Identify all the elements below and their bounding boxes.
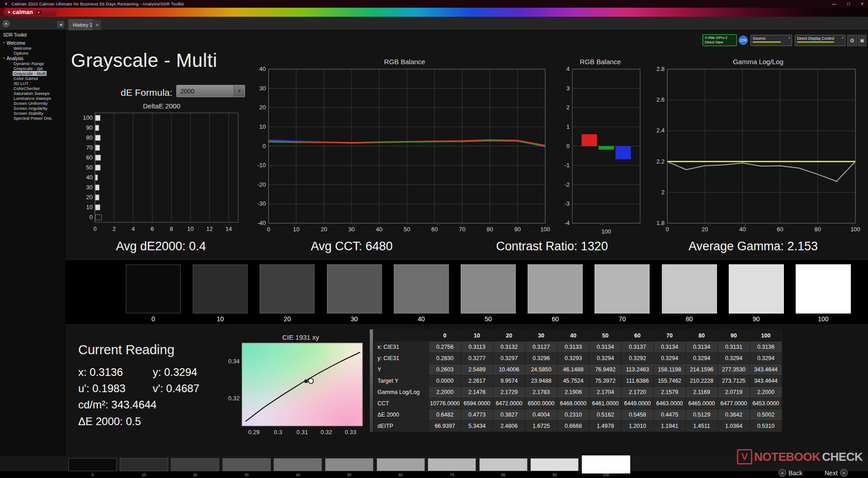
close-button[interactable]: × [861, 1, 863, 6]
svg-text:-20: -20 [258, 181, 266, 188]
sidebar-item-screen-uniformity[interactable]: Screen Uniformity [0, 101, 65, 106]
pattern-swatch-level: 80 [479, 473, 528, 477]
table-cell: 76.9492 [590, 364, 622, 375]
svg-text:-4: -4 [564, 220, 570, 226]
table-cell: 46.1488 [557, 364, 590, 375]
sidebar-item-colorchecker[interactable]: ColorChecker [0, 86, 65, 91]
new-tab-button[interactable]: + [93, 19, 101, 30]
rgb-balance-line-title: RGB Balance [258, 58, 552, 66]
svg-text:2.8: 2.8 [656, 66, 665, 72]
sidebar-item-3d-lut[interactable]: 3D LUT [0, 81, 65, 86]
deltae-chart-area: 024681012141009080706050403020100 [81, 111, 242, 234]
pattern-swatch-10[interactable] [120, 458, 168, 471]
svg-text:80: 80 [815, 226, 821, 233]
svg-text:0.29: 0.29 [248, 429, 259, 436]
table-cell: 1.2010 [622, 421, 654, 432]
table-row: y: CIE310.28300.32770.32970.32960.32930.… [374, 353, 782, 364]
back-button[interactable]: « Back [778, 469, 802, 477]
table-cell: 0.3134 [654, 342, 686, 353]
svg-text:40: 40 [739, 226, 745, 233]
pattern-swatch-0[interactable] [68, 458, 117, 471]
table-cell: 0.3134 [590, 342, 622, 353]
pattern-swatch-60[interactable] [377, 458, 425, 471]
table-cell: 0.3134 [686, 342, 718, 353]
table-header-cell: 90 [718, 330, 750, 342]
table-cell: 1.4511 [686, 421, 718, 432]
pattern-swatch-40[interactable] [274, 458, 322, 471]
svg-text:0.33: 0.33 [345, 429, 356, 436]
sidebar-section-welcome[interactable]: ▾Welcome [0, 40, 65, 46]
table-cell: 0.4004 [525, 409, 557, 421]
sidebar-item-saturation-sweeps[interactable]: Saturation Sweeps [0, 91, 65, 96]
source-selector[interactable]: Source ▼ [750, 35, 792, 46]
sidebar-item-luminance-sweeps[interactable]: Luminance Sweeps [0, 96, 65, 101]
next-button[interactable]: Next » [825, 469, 848, 477]
minimize-button[interactable]: — [832, 1, 836, 6]
next-chevron-icon: » [840, 469, 848, 477]
table-row: x: CIE310.27560.31130.31320.31270.31330.… [374, 342, 782, 353]
svg-text:0.34: 0.34 [228, 358, 240, 365]
pattern-swatch-20[interactable] [171, 458, 219, 471]
pattern-swatch-50[interactable] [325, 458, 373, 471]
svg-text:12: 12 [206, 225, 212, 232]
stat-average-gamma: Average Gamma: 2.153 [689, 239, 818, 253]
table-cell: 2.4806 [493, 421, 525, 432]
tree-collapse-icon[interactable]: ▾ [3, 56, 5, 60]
svg-text:2: 2 [566, 104, 570, 111]
app-window: ★ Calman 2022 Calman Ultimate for Busine… [0, 0, 868, 478]
sidebar-item-dynamic-range[interactable]: Dynamic Range [0, 61, 65, 66]
pattern-swatch-70[interactable] [428, 458, 476, 471]
de-formula-select[interactable]: 2000 ▼ [176, 85, 245, 97]
reading-de2000: ΔE 2000: 0.5 [78, 415, 141, 428]
table-cell: 6465.0000 [686, 398, 718, 409]
table-cell: 6463.0000 [654, 398, 686, 409]
pattern-swatch-100[interactable] [582, 455, 630, 473]
table-scrollbar[interactable] [370, 329, 373, 432]
pattern-swatch-30[interactable] [222, 458, 271, 471]
sidebar-item-grayscale-2pt[interactable]: Grayscale - 2pt [0, 66, 65, 71]
grayscale-patch-level: 80 [662, 315, 717, 323]
table-cell: 0.3642 [718, 409, 750, 421]
sidebar-collapse-button[interactable]: ◀ [57, 21, 64, 28]
svg-text:80: 80 [86, 134, 93, 141]
gear-icon[interactable]: ⚙ [847, 35, 857, 46]
sidebar-item-welcome[interactable]: Welcome [0, 46, 65, 51]
grayscale-patch-100 [796, 264, 851, 314]
svg-text:1: 1 [566, 123, 570, 130]
tree-collapse-icon[interactable]: ▾ [3, 41, 5, 45]
grayscale-patch-level: 30 [327, 315, 382, 323]
logo-spark-icon: ★ [7, 10, 11, 14]
sidebar-item-screen-stability[interactable]: Screen Stability [0, 111, 65, 116]
svg-text:60: 60 [86, 154, 93, 161]
table-cell: 6468.0000 [557, 398, 590, 409]
calman-logo-menu[interactable]: ★ calman ▼ [4, 8, 57, 16]
sidebar-item-spectral-power-dist[interactable]: Spectral Power Dist. [0, 116, 65, 121]
table-cell: 2.1906 [557, 387, 590, 398]
table-cell: 45.7524 [557, 375, 590, 387]
app-menu-button[interactable]: ● [3, 20, 9, 27]
maximize-button[interactable]: □ [847, 1, 850, 6]
stat-avg-de2000: Avg dE2000: 0.4 [116, 239, 206, 253]
sidebar-item-grayscale-multi[interactable]: Grayscale - Multi [0, 71, 65, 76]
svg-text:10: 10 [293, 226, 299, 233]
table-cell: 9.9574 [493, 375, 525, 387]
svg-text:0.3: 0.3 [274, 429, 282, 436]
svg-text:2: 2 [113, 225, 116, 232]
table-cell: 0.5162 [590, 409, 622, 421]
sidebar-item-color-gamut[interactable]: Color Gamut [0, 76, 65, 81]
svg-text:20: 20 [259, 104, 266, 111]
meter-selector[interactable]: X-Rite i1Pro 2 Direct View [703, 34, 737, 46]
pattern-swatch-90[interactable] [530, 458, 579, 471]
sidebar-item-screen-angularity[interactable]: Screen Angularity [0, 106, 65, 111]
sidebar-item-label: Screen Uniformity [13, 101, 49, 106]
table-cell: 0.3113 [461, 342, 493, 353]
display-control-selector[interactable]: Direct Display Control ▼ [795, 35, 845, 46]
logo-chevron-down-icon[interactable]: ▼ [36, 10, 42, 14]
table-cell: 1.1941 [654, 421, 686, 432]
sidebar-section-analysis[interactable]: ▾Analysis [0, 56, 65, 61]
sidebar-item-label: Options [13, 51, 29, 56]
layout-icon[interactable]: ▣ [858, 35, 866, 46]
pattern-swatch-80[interactable] [479, 458, 528, 471]
watermark-text-secondary: CHECK [822, 450, 863, 464]
sidebar-item-options[interactable]: Options [0, 51, 65, 56]
